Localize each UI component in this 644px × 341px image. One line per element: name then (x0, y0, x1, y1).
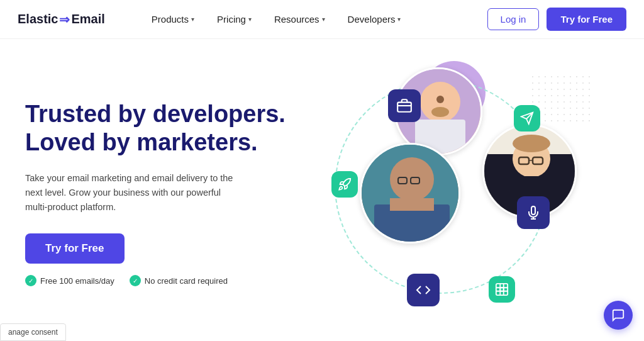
chip-icon (495, 282, 509, 296)
navbar: Elastic ⇒ Email Products ▾ Pricing ▾ Res… (0, 0, 644, 39)
mic-icon (526, 205, 541, 220)
nav-resources-label: Resources (274, 14, 319, 25)
chat-widget-button[interactable] (604, 301, 633, 330)
badge-emails: ✓ Free 100 emails/day (25, 275, 114, 286)
rocket-icon-box (331, 171, 358, 198)
nav-links: Products ▾ Pricing ▾ Resources ▾ Develop… (143, 9, 487, 30)
nav-try-button[interactable]: Try for Free (547, 8, 626, 31)
code-icon-box (407, 274, 440, 306)
nav-pricing-label: Pricing (217, 14, 246, 25)
nav-item-pricing[interactable]: Pricing ▾ (208, 9, 260, 30)
nav-products-label: Products (152, 14, 189, 25)
consent-banner[interactable]: anage consent (0, 323, 66, 341)
svg-point-3 (436, 96, 444, 103)
chevron-down-icon: ▾ (248, 16, 252, 23)
illustration-container (297, 55, 611, 325)
logo-text-start: Elastic (18, 12, 58, 26)
hero-headline: Trusted by developers. Loved by marketer… (25, 100, 289, 157)
check-icon: ✓ (25, 275, 36, 286)
svg-point-15 (513, 135, 550, 152)
svg-point-4 (431, 107, 449, 117)
consent-text: anage consent (8, 328, 58, 337)
chip-icon-box (489, 276, 515, 303)
rocket-icon (338, 177, 352, 191)
briefcase-icon (396, 98, 413, 114)
hero-left: Trusted by developers. Loved by marketer… (25, 94, 289, 287)
paper-plane-icon (520, 111, 534, 125)
logo[interactable]: Elastic ⇒ Email (18, 12, 105, 27)
svg-rect-19 (397, 103, 411, 112)
code-icon (416, 282, 431, 298)
person-2-svg (362, 145, 460, 243)
nav-actions: Log in Try for Free (487, 8, 626, 31)
logo-text-end: Email (71, 12, 104, 26)
headline-line1: Trusted by developers. (25, 101, 286, 127)
svg-point-6 (390, 157, 434, 201)
nav-item-products[interactable]: Products ▾ (143, 9, 203, 30)
nav-developers-label: Developers (348, 14, 396, 25)
paper-plane-icon-box (514, 105, 540, 131)
mic-icon-box (517, 196, 550, 229)
person-circle-2 (360, 143, 460, 243)
main-content: Trusted by developers. Loved by marketer… (0, 39, 644, 341)
badge-no-card-text: No credit card required (145, 276, 228, 286)
hero-cta-button[interactable]: Try for Free (25, 233, 125, 264)
hero-subtext: Take your email marketing and email deli… (25, 171, 239, 215)
hero-illustration (289, 39, 619, 341)
badge-no-card: ✓ No credit card required (130, 275, 228, 286)
svg-rect-24 (496, 284, 508, 295)
check-icon-2: ✓ (130, 275, 141, 286)
briefcase-icon-box (388, 89, 421, 122)
chevron-down-icon: ▾ (191, 16, 194, 23)
nav-item-resources[interactable]: Resources ▾ (265, 9, 334, 30)
chevron-down-icon: ▾ (322, 16, 325, 23)
logo-arrow: ⇒ (59, 12, 70, 27)
svg-rect-8 (390, 198, 434, 211)
headline-line2: Loved by marketers. (25, 129, 258, 155)
nav-item-developers[interactable]: Developers ▾ (339, 9, 410, 30)
chat-icon (611, 308, 625, 322)
chevron-down-icon: ▾ (397, 16, 401, 23)
hero-badges: ✓ Free 100 emails/day ✓ No credit card r… (25, 275, 289, 286)
login-button[interactable]: Log in (487, 8, 540, 30)
badge-emails-text: Free 100 emails/day (40, 276, 114, 286)
